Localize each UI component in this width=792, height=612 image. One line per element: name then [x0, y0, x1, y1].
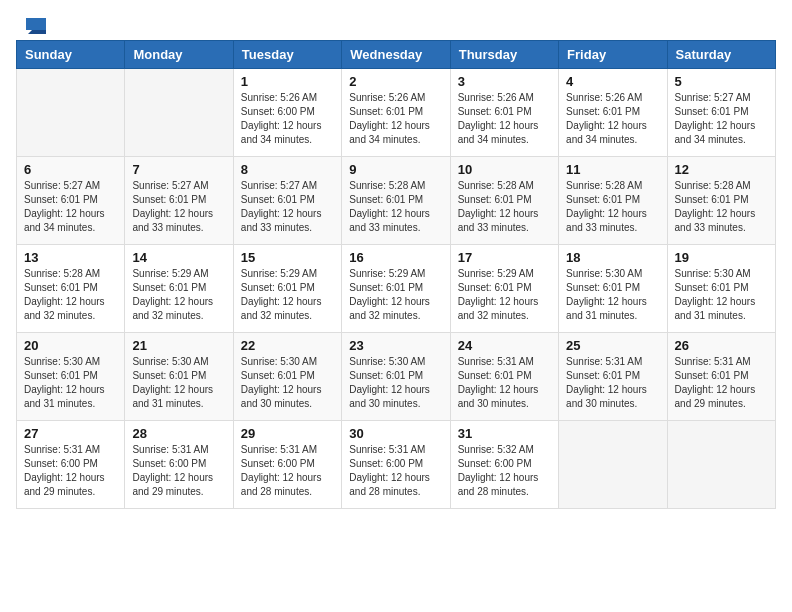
day-info: Sunrise: 5:26 AM Sunset: 6:01 PM Dayligh… [458, 91, 551, 147]
day-number: 14 [132, 250, 225, 265]
day-info: Sunrise: 5:26 AM Sunset: 6:00 PM Dayligh… [241, 91, 334, 147]
day-number: 20 [24, 338, 117, 353]
calendar-cell: 31Sunrise: 5:32 AM Sunset: 6:00 PM Dayli… [450, 421, 558, 509]
calendar-cell: 5Sunrise: 5:27 AM Sunset: 6:01 PM Daylig… [667, 69, 775, 157]
day-number: 10 [458, 162, 551, 177]
calendar-cell [559, 421, 667, 509]
day-number: 16 [349, 250, 442, 265]
day-number: 15 [241, 250, 334, 265]
day-info: Sunrise: 5:26 AM Sunset: 6:01 PM Dayligh… [566, 91, 659, 147]
calendar-cell: 26Sunrise: 5:31 AM Sunset: 6:01 PM Dayli… [667, 333, 775, 421]
calendar-cell: 22Sunrise: 5:30 AM Sunset: 6:01 PM Dayli… [233, 333, 341, 421]
calendar-cell: 20Sunrise: 5:30 AM Sunset: 6:01 PM Dayli… [17, 333, 125, 421]
week-row-5: 27Sunrise: 5:31 AM Sunset: 6:00 PM Dayli… [17, 421, 776, 509]
weekday-header-wednesday: Wednesday [342, 41, 450, 69]
week-row-1: 1Sunrise: 5:26 AM Sunset: 6:00 PM Daylig… [17, 69, 776, 157]
day-info: Sunrise: 5:26 AM Sunset: 6:01 PM Dayligh… [349, 91, 442, 147]
calendar-cell: 27Sunrise: 5:31 AM Sunset: 6:00 PM Dayli… [17, 421, 125, 509]
day-number: 24 [458, 338, 551, 353]
day-number: 2 [349, 74, 442, 89]
day-info: Sunrise: 5:30 AM Sunset: 6:01 PM Dayligh… [566, 267, 659, 323]
day-number: 17 [458, 250, 551, 265]
calendar-cell: 7Sunrise: 5:27 AM Sunset: 6:01 PM Daylig… [125, 157, 233, 245]
day-info: Sunrise: 5:28 AM Sunset: 6:01 PM Dayligh… [349, 179, 442, 235]
day-info: Sunrise: 5:30 AM Sunset: 6:01 PM Dayligh… [675, 267, 768, 323]
weekday-header-monday: Monday [125, 41, 233, 69]
calendar-cell: 13Sunrise: 5:28 AM Sunset: 6:01 PM Dayli… [17, 245, 125, 333]
day-number: 4 [566, 74, 659, 89]
day-number: 1 [241, 74, 334, 89]
day-info: Sunrise: 5:31 AM Sunset: 6:00 PM Dayligh… [349, 443, 442, 499]
day-info: Sunrise: 5:30 AM Sunset: 6:01 PM Dayligh… [241, 355, 334, 411]
calendar-cell: 9Sunrise: 5:28 AM Sunset: 6:01 PM Daylig… [342, 157, 450, 245]
logo [16, 16, 46, 30]
calendar-cell: 16Sunrise: 5:29 AM Sunset: 6:01 PM Dayli… [342, 245, 450, 333]
day-info: Sunrise: 5:28 AM Sunset: 6:01 PM Dayligh… [458, 179, 551, 235]
day-info: Sunrise: 5:30 AM Sunset: 6:01 PM Dayligh… [24, 355, 117, 411]
day-number: 28 [132, 426, 225, 441]
day-info: Sunrise: 5:28 AM Sunset: 6:01 PM Dayligh… [566, 179, 659, 235]
weekday-header-friday: Friday [559, 41, 667, 69]
calendar-cell: 10Sunrise: 5:28 AM Sunset: 6:01 PM Dayli… [450, 157, 558, 245]
calendar-cell: 23Sunrise: 5:30 AM Sunset: 6:01 PM Dayli… [342, 333, 450, 421]
day-info: Sunrise: 5:31 AM Sunset: 6:01 PM Dayligh… [566, 355, 659, 411]
calendar-cell: 11Sunrise: 5:28 AM Sunset: 6:01 PM Dayli… [559, 157, 667, 245]
day-number: 7 [132, 162, 225, 177]
day-info: Sunrise: 5:30 AM Sunset: 6:01 PM Dayligh… [349, 355, 442, 411]
calendar-cell: 15Sunrise: 5:29 AM Sunset: 6:01 PM Dayli… [233, 245, 341, 333]
day-number: 19 [675, 250, 768, 265]
day-number: 18 [566, 250, 659, 265]
weekday-header-tuesday: Tuesday [233, 41, 341, 69]
weekday-header-row: SundayMondayTuesdayWednesdayThursdayFrid… [17, 41, 776, 69]
day-info: Sunrise: 5:28 AM Sunset: 6:01 PM Dayligh… [675, 179, 768, 235]
calendar-cell: 24Sunrise: 5:31 AM Sunset: 6:01 PM Dayli… [450, 333, 558, 421]
day-number: 29 [241, 426, 334, 441]
day-number: 21 [132, 338, 225, 353]
svg-marker-0 [26, 18, 46, 30]
day-info: Sunrise: 5:29 AM Sunset: 6:01 PM Dayligh… [349, 267, 442, 323]
day-info: Sunrise: 5:28 AM Sunset: 6:01 PM Dayligh… [24, 267, 117, 323]
calendar-cell [125, 69, 233, 157]
calendar-cell: 3Sunrise: 5:26 AM Sunset: 6:01 PM Daylig… [450, 69, 558, 157]
day-info: Sunrise: 5:29 AM Sunset: 6:01 PM Dayligh… [132, 267, 225, 323]
weekday-header-saturday: Saturday [667, 41, 775, 69]
day-info: Sunrise: 5:27 AM Sunset: 6:01 PM Dayligh… [24, 179, 117, 235]
day-info: Sunrise: 5:31 AM Sunset: 6:00 PM Dayligh… [24, 443, 117, 499]
calendar-cell: 21Sunrise: 5:30 AM Sunset: 6:01 PM Dayli… [125, 333, 233, 421]
weekday-header-thursday: Thursday [450, 41, 558, 69]
day-number: 23 [349, 338, 442, 353]
day-info: Sunrise: 5:31 AM Sunset: 6:00 PM Dayligh… [132, 443, 225, 499]
day-number: 3 [458, 74, 551, 89]
day-info: Sunrise: 5:31 AM Sunset: 6:00 PM Dayligh… [241, 443, 334, 499]
calendar-cell: 4Sunrise: 5:26 AM Sunset: 6:01 PM Daylig… [559, 69, 667, 157]
calendar-cell: 14Sunrise: 5:29 AM Sunset: 6:01 PM Dayli… [125, 245, 233, 333]
day-info: Sunrise: 5:31 AM Sunset: 6:01 PM Dayligh… [458, 355, 551, 411]
calendar-cell: 12Sunrise: 5:28 AM Sunset: 6:01 PM Dayli… [667, 157, 775, 245]
logo-icon [18, 16, 46, 34]
calendar-cell: 17Sunrise: 5:29 AM Sunset: 6:01 PM Dayli… [450, 245, 558, 333]
day-number: 27 [24, 426, 117, 441]
day-number: 22 [241, 338, 334, 353]
day-number: 30 [349, 426, 442, 441]
day-info: Sunrise: 5:29 AM Sunset: 6:01 PM Dayligh… [241, 267, 334, 323]
day-number: 5 [675, 74, 768, 89]
day-info: Sunrise: 5:29 AM Sunset: 6:01 PM Dayligh… [458, 267, 551, 323]
weekday-header-sunday: Sunday [17, 41, 125, 69]
calendar-cell: 19Sunrise: 5:30 AM Sunset: 6:01 PM Dayli… [667, 245, 775, 333]
day-number: 26 [675, 338, 768, 353]
day-number: 12 [675, 162, 768, 177]
calendar-cell: 2Sunrise: 5:26 AM Sunset: 6:01 PM Daylig… [342, 69, 450, 157]
week-row-2: 6Sunrise: 5:27 AM Sunset: 6:01 PM Daylig… [17, 157, 776, 245]
day-number: 8 [241, 162, 334, 177]
day-number: 6 [24, 162, 117, 177]
day-number: 25 [566, 338, 659, 353]
calendar-cell: 28Sunrise: 5:31 AM Sunset: 6:00 PM Dayli… [125, 421, 233, 509]
day-number: 11 [566, 162, 659, 177]
day-info: Sunrise: 5:27 AM Sunset: 6:01 PM Dayligh… [132, 179, 225, 235]
calendar-cell: 8Sunrise: 5:27 AM Sunset: 6:01 PM Daylig… [233, 157, 341, 245]
day-info: Sunrise: 5:30 AM Sunset: 6:01 PM Dayligh… [132, 355, 225, 411]
day-info: Sunrise: 5:27 AM Sunset: 6:01 PM Dayligh… [675, 91, 768, 147]
calendar-cell: 25Sunrise: 5:31 AM Sunset: 6:01 PM Dayli… [559, 333, 667, 421]
calendar-cell: 30Sunrise: 5:31 AM Sunset: 6:00 PM Dayli… [342, 421, 450, 509]
calendar-cell: 1Sunrise: 5:26 AM Sunset: 6:00 PM Daylig… [233, 69, 341, 157]
